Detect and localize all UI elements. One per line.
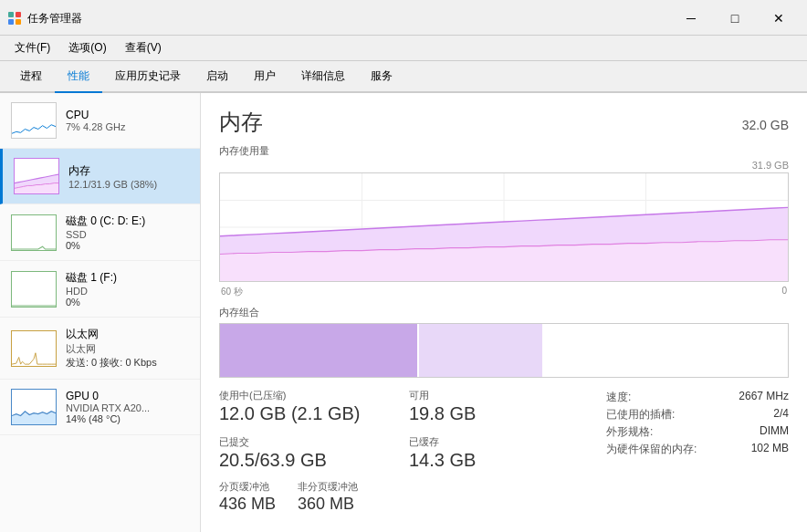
- disk0-thumb: [11, 214, 57, 251]
- stat-cached: 已缓存 14.3 GB: [409, 435, 584, 471]
- ethernet-val: 发送: 0 接收: 0 Kbps: [66, 356, 189, 370]
- sidebar-item-disk1[interactable]: 磁盘 1 (F:) HDD 0%: [0, 261, 200, 318]
- title-bar-left: 任务管理器: [7, 11, 82, 26]
- stat-non-paged-pool: 非分页缓冲池 360 MB: [298, 480, 358, 514]
- tab-services[interactable]: 服务: [358, 61, 405, 93]
- speed-value: 2667 MHz: [739, 390, 789, 405]
- disk1-val: 0%: [66, 297, 189, 308]
- disk0-label: 磁盘 0 (C: D: E:) SSD 0%: [66, 214, 189, 251]
- app-icon: [7, 11, 22, 26]
- window-title: 任务管理器: [27, 11, 82, 26]
- disk1-sub: HDD: [66, 286, 189, 297]
- tab-detail[interactable]: 详细信息: [288, 61, 358, 93]
- content-total: 32.0 GB: [742, 118, 789, 132]
- svg-rect-1: [16, 12, 21, 17]
- main-area: CPU 7% 4.28 GHz 内存 12.1/31.9 GB (38%): [0, 93, 807, 532]
- memory-label: 内存 12.1/31.9 GB (38%): [68, 163, 189, 190]
- gpu-label: GPU 0 NVIDIA RTX A20... 14% (48 °C): [66, 390, 189, 424]
- stat-in-use: 使用中(已压缩) 12.0 GB (2.1 GB): [219, 389, 394, 424]
- stats-section: 使用中(已压缩) 12.0 GB (2.1 GB) 可用 19.8 GB 已提交…: [219, 389, 789, 514]
- tab-users[interactable]: 用户: [241, 61, 288, 93]
- memory-title: 内存: [68, 163, 189, 179]
- tab-performance[interactable]: 性能: [55, 61, 102, 93]
- sidebar-item-ethernet[interactable]: 以太网 以太网 发送: 0 接收: 0 Kbps: [0, 318, 200, 380]
- stats-grid: 使用中(已压缩) 12.0 GB (2.1 GB) 可用 19.8 GB 已提交…: [219, 389, 584, 471]
- reserved-value: 102 MB: [751, 442, 789, 457]
- close-button[interactable]: ✕: [758, 5, 800, 31]
- ethernet-sub: 以太网: [66, 342, 189, 356]
- stat-available-value: 19.8 GB: [409, 403, 584, 424]
- comp-used: [220, 324, 419, 377]
- gpu-sub: NVIDIA RTX A20...: [66, 402, 189, 413]
- content-area: 内存 32.0 GB 内存使用量 31.9 GB: [201, 93, 807, 532]
- reserved-label: 为硬件保留的内存:: [606, 442, 697, 457]
- sidebar-item-gpu[interactable]: GPU 0 NVIDIA RTX A20... 14% (48 °C): [0, 380, 200, 435]
- tab-app-history[interactable]: 应用历史记录: [102, 61, 194, 93]
- ethernet-title: 以太网: [66, 327, 189, 342]
- gpu-val: 14% (48 °C): [66, 413, 189, 424]
- maximize-button[interactable]: □: [714, 5, 756, 31]
- stat-paged-pool-label: 分页缓冲池: [219, 480, 276, 494]
- menu-options[interactable]: 选项(O): [61, 37, 113, 58]
- comp-cached: [419, 324, 544, 377]
- disk1-label: 磁盘 1 (F:) HDD 0%: [66, 270, 189, 308]
- stats-right: 速度: 2667 MHz 已使用的插槽: 2/4 外形规格: DIMM 为硬件保…: [606, 389, 789, 514]
- gpu-thumb: [11, 389, 57, 425]
- stat-non-paged-pool-label: 非分页缓冲池: [298, 480, 358, 494]
- form-label: 外形规格:: [606, 424, 653, 440]
- tab-bar: 进程 性能 应用历史记录 启动 用户 详细信息 服务: [0, 61, 807, 93]
- svg-rect-2: [8, 19, 14, 25]
- stat-cached-value: 14.3 GB: [409, 450, 584, 471]
- sidebar-item-memory[interactable]: 内存 12.1/31.9 GB (38%): [0, 149, 200, 204]
- form-value: DIMM: [760, 424, 789, 440]
- memory-usage-graph: [219, 172, 789, 282]
- menu-file[interactable]: 文件(F): [7, 37, 58, 58]
- comp-free: [544, 324, 788, 377]
- stat-paged-pool: 分页缓冲池 436 MB: [219, 480, 276, 514]
- usage-label: 内存使用量: [219, 144, 789, 158]
- stat-paged-pool-value: 436 MB: [219, 495, 276, 514]
- stat-cached-label: 已缓存: [409, 435, 584, 449]
- time-labels: 60 秒 0: [219, 286, 789, 298]
- gpu-title: GPU 0: [66, 390, 189, 402]
- sidebar-item-cpu[interactable]: CPU 7% 4.28 GHz: [0, 93, 200, 149]
- speed-row: 速度: 2667 MHz: [606, 389, 789, 406]
- sidebar-item-disk0[interactable]: 磁盘 0 (C: D: E:) SSD 0%: [0, 204, 200, 261]
- time-left: 60 秒: [221, 286, 243, 298]
- cpu-title: CPU: [66, 109, 189, 121]
- composition-graph: [219, 323, 789, 378]
- disk0-sub: SSD: [66, 229, 189, 240]
- menu-view[interactable]: 查看(V): [118, 37, 169, 58]
- svg-rect-3: [16, 19, 21, 25]
- stat-available: 可用 19.8 GB: [409, 389, 584, 424]
- sidebar: CPU 7% 4.28 GHz 内存 12.1/31.9 GB (38%): [0, 93, 201, 532]
- stat-in-use-value: 12.0 GB (2.1 GB): [219, 403, 394, 424]
- tab-process[interactable]: 进程: [7, 61, 55, 93]
- ethernet-thumb: [11, 330, 57, 367]
- slots-row: 已使用的插槽: 2/4: [606, 406, 789, 423]
- stat-available-label: 可用: [409, 389, 584, 402]
- form-row: 外形规格: DIMM: [606, 423, 789, 441]
- composition-label: 内存组合: [219, 306, 789, 319]
- window-controls: ─ □ ✕: [670, 5, 800, 31]
- minimize-button[interactable]: ─: [670, 5, 712, 31]
- content-header: 内存 32.0 GB: [219, 108, 789, 137]
- memory-sub: 12.1/31.9 GB (38%): [68, 179, 189, 190]
- disk1-title: 磁盘 1 (F:): [66, 270, 189, 286]
- content-title: 内存: [219, 108, 263, 137]
- title-bar: 任务管理器 ─ □ ✕: [0, 0, 807, 36]
- stat-committed-label: 已提交: [219, 435, 394, 449]
- pool-stats: 分页缓冲池 436 MB 非分页缓冲池 360 MB: [219, 480, 584, 514]
- slots-label: 已使用的插槽:: [606, 407, 675, 422]
- stat-in-use-label: 使用中(已压缩): [219, 389, 394, 402]
- stat-committed-value: 20.5/63.9 GB: [219, 450, 394, 471]
- time-right: 0: [781, 286, 787, 298]
- reserved-row: 为硬件保留的内存: 102 MB: [606, 441, 789, 458]
- stat-non-paged-pool-value: 360 MB: [298, 495, 358, 514]
- disk0-title: 磁盘 0 (C: D: E:): [66, 214, 189, 229]
- usage-right: 31.9 GB: [752, 160, 789, 171]
- tab-startup[interactable]: 启动: [194, 61, 241, 93]
- stats-left: 使用中(已压缩) 12.0 GB (2.1 GB) 可用 19.8 GB 已提交…: [219, 389, 584, 514]
- ethernet-label: 以太网 以太网 发送: 0 接收: 0 Kbps: [66, 327, 189, 370]
- disk1-thumb: [11, 271, 57, 308]
